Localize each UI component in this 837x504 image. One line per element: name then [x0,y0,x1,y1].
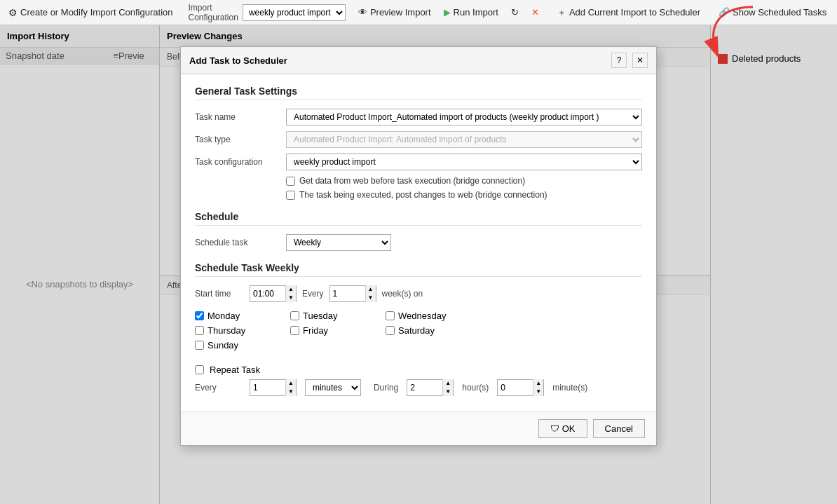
eye-icon: 👁 [358,7,367,18]
task-name-label: Task name [195,112,286,122]
minutes-select[interactable]: minutes hours [305,379,361,396]
monday-checkbox-row: Monday [195,311,279,321]
schedule-task-label: Schedule task [195,238,286,247]
modal-body: General Task Settings Task name Automate… [181,74,656,411]
stop-icon: ✕ [531,7,539,18]
during-spinner-buttons: ▲ ▼ [442,379,453,396]
minutes-spinner-input[interactable] [498,380,533,395]
every-down-btn[interactable]: ▼ [366,294,376,302]
show-scheduled-btn[interactable]: 🔗 Show Scheduled Tasks [713,4,832,20]
repeat-task-checkbox[interactable] [195,365,204,374]
modal-help-btn[interactable]: ? [611,53,627,68]
weekly-section-title: Schedule Task Weekly [195,262,642,277]
bridge-post-checkbox[interactable] [286,191,295,200]
minutes-down-btn[interactable]: ▼ [533,388,543,396]
task-config-label: Task configuration [195,157,286,167]
ok-button[interactable]: 🛡 OK [538,419,587,438]
checkbox2-row: The task being executed, post changes to… [286,190,642,200]
every-spinner-buttons: ▲ ▼ [365,285,376,302]
hours-label: hour(s) [462,383,489,393]
schedule-section-title: Schedule [195,211,642,226]
refresh-btn[interactable]: ↻ [505,4,524,20]
every-repeat-label: Every [195,383,244,393]
monday-checkbox[interactable] [195,311,204,320]
repeat-every-spinner-buttons: ▲ ▼ [285,379,296,396]
tuesday-checkbox-row: Tuesday [290,311,374,321]
add-scheduler-btn[interactable]: ＋ Add Current Import to Scheduler [552,4,706,22]
every-input[interactable] [330,286,365,301]
during-input[interactable] [407,380,442,395]
tuesday-checkbox[interactable] [290,311,299,320]
wednesday-checkbox[interactable] [386,311,395,320]
modal-close-btn[interactable]: ✕ [632,53,648,68]
refresh-icon: ↻ [511,7,519,18]
schedule-task-select[interactable]: Weekly [286,234,391,251]
bridge-get-checkbox[interactable] [286,177,295,186]
repeat-every-up-btn[interactable]: ▲ [286,379,296,388]
task-config-select[interactable]: weekly product import [286,154,642,170]
bridge-get-label: Get data from web before task execution … [299,176,525,186]
tuesday-label: Tuesday [303,311,337,321]
weekly-section: Schedule Task Weekly Start time ▲ ▼ Ever… [195,262,642,350]
task-config-row: Task configuration weekly product import [195,154,642,170]
schedule-section: Schedule Schedule task Weekly [195,211,642,251]
friday-checkbox-row: Friday [290,325,374,336]
repeat-every-input[interactable] [250,380,285,395]
sunday-checkbox[interactable] [195,341,204,350]
repeat-every-spinner[interactable]: ▲ ▼ [250,379,297,396]
start-time-spinner[interactable]: ▲ ▼ [250,285,297,302]
modal-overlay: Add Task to Scheduler ? ✕ General Task S… [0,25,837,504]
repeat-every-row: Every ▲ ▼ minutes hours During [195,379,642,396]
cancel-button[interactable]: Cancel [593,419,645,438]
start-time-up-btn[interactable]: ▲ [286,285,296,294]
task-type-label: Task type [195,135,286,144]
start-time-down-btn[interactable]: ▼ [286,294,296,302]
preview-import-btn[interactable]: 👁 Preview Import [353,4,437,20]
run-import-btn[interactable]: ▶ Run Import [438,4,504,20]
task-name-select[interactable]: Automated Product Import_Automated impor… [286,109,642,125]
weeks-on-label: week(s) on [382,289,423,299]
saturday-label: Saturday [398,325,435,336]
minutes-spinner-buttons: ▲ ▼ [533,379,543,396]
every-spinner[interactable]: ▲ ▼ [329,285,376,302]
link-icon: 🔗 [719,7,730,18]
manage-btn[interactable]: ⊞ [833,4,837,20]
during-down-btn[interactable]: ▼ [443,388,453,396]
start-time-row: Start time ▲ ▼ Every ▲ ▼ [195,285,642,302]
during-spinner[interactable]: ▲ ▼ [407,379,454,396]
repeat-task-row: Repeat Task [195,365,642,375]
toolbar: ⚙ Create or Modify Import Configuration … [0,0,837,25]
stop-btn[interactable]: ✕ [526,4,545,20]
every-up-btn[interactable]: ▲ [366,285,376,294]
friday-label: Friday [303,325,328,336]
start-time-spinner-buttons: ▲ ▼ [285,285,296,302]
days-grid: Monday Tuesday Wednesday Thursday [195,311,642,350]
friday-checkbox[interactable] [290,326,299,335]
task-name-row: Task name Automated Product Import_Autom… [195,109,642,125]
general-section-title: General Task Settings [195,86,642,100]
every-label: Every [302,289,324,299]
start-time-input[interactable] [250,286,285,301]
schedule-task-row: Schedule task Weekly [195,234,642,251]
minutes-up-btn[interactable]: ▲ [533,379,543,388]
monday-label: Monday [207,311,240,321]
config-label: Import Configuration [185,3,240,22]
during-up-btn[interactable]: ▲ [443,379,453,388]
repeat-section: Repeat Task Every ▲ ▼ minutes hours [195,365,642,396]
minutes-spinner[interactable]: ▲ ▼ [497,379,544,396]
thursday-checkbox[interactable] [195,326,204,335]
repeat-task-label: Repeat Task [210,365,260,375]
modal-actions: ? ✕ [611,53,648,68]
gear-icon: ⚙ [8,7,18,18]
saturday-checkbox[interactable] [386,326,395,335]
modal-footer: 🛡 OK Cancel [181,411,656,445]
create-modify-btn[interactable]: ⚙ Create or Modify Import Configuration [3,4,178,21]
config-select[interactable]: weekly product import [243,4,346,21]
wednesday-label: Wednesday [398,311,446,321]
shield-icon: 🛡 [550,423,559,434]
minutes-label: minute(s) [552,383,587,393]
task-type-row: Task type Automated Product Import: Auto… [195,131,642,148]
task-type-select: Automated Product Import: Automated impo… [286,131,642,148]
wednesday-checkbox-row: Wednesday [386,311,470,321]
repeat-every-down-btn[interactable]: ▼ [286,388,296,396]
